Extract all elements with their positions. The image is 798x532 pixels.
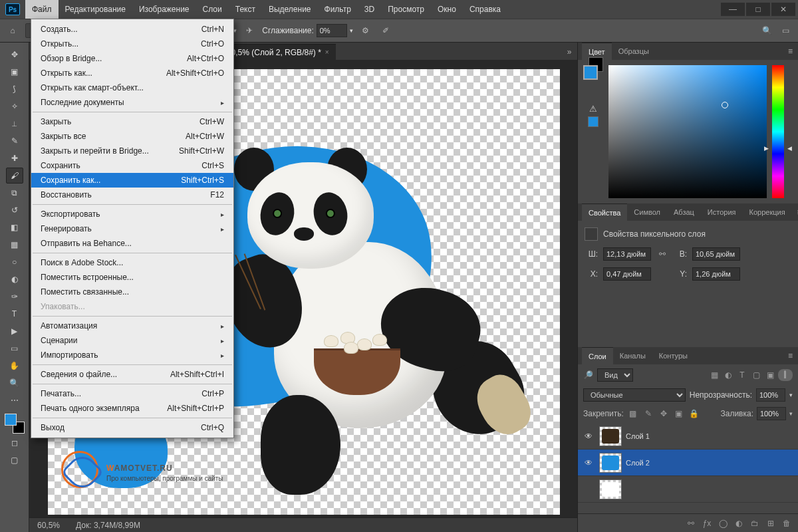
- layer-opacity-input[interactable]: [756, 388, 785, 402]
- filter-shape-icon[interactable]: ▢: [750, 369, 762, 381]
- tab-swatches[interactable]: Образцы: [612, 43, 656, 60]
- dropdown-icon[interactable]: ▾: [789, 410, 793, 417]
- eraser-tool[interactable]: ◧: [6, 219, 23, 235]
- blend-mode-select[interactable]: Обычные: [583, 388, 686, 402]
- height-input[interactable]: [692, 247, 740, 261]
- close-button[interactable]: ✕: [771, 3, 795, 16]
- marquee-tool[interactable]: ▣: [6, 64, 23, 80]
- menu-item[interactable]: ВыходCtrl+Q: [31, 420, 233, 435]
- blur-tool[interactable]: ○: [6, 254, 23, 270]
- menu-текст[interactable]: Текст: [229, 0, 262, 19]
- pen-tool[interactable]: ✑: [6, 289, 23, 305]
- smoothing-input[interactable]: [317, 24, 347, 37]
- tab-layers[interactable]: Слои: [582, 347, 613, 364]
- layer-thumbnail[interactable]: [599, 426, 622, 446]
- airbrush-icon[interactable]: ✈: [242, 23, 257, 38]
- lock-pixels-icon[interactable]: ▩: [627, 408, 639, 420]
- search-icon[interactable]: 🔍: [759, 23, 774, 38]
- panel-menu-icon[interactable]: ≡: [792, 207, 798, 217]
- layer-row[interactable]: 👁Слой 1: [578, 423, 798, 450]
- fg-swatch[interactable]: [583, 65, 598, 80]
- menu-редактирование[interactable]: Редактирование: [59, 0, 132, 19]
- dropdown-icon[interactable]: ▾: [233, 27, 237, 34]
- menu-выделение[interactable]: Выделение: [262, 0, 318, 19]
- menu-item[interactable]: Печать одного экземпляраAlt+Shift+Ctrl+P: [31, 401, 233, 416]
- width-input[interactable]: [603, 247, 651, 261]
- menu-item[interactable]: Сведения о файле...Alt+Shift+Ctrl+I: [31, 367, 233, 382]
- crop-tool[interactable]: ⟂: [6, 116, 23, 132]
- hand-tool[interactable]: ✋: [6, 358, 23, 374]
- menu-3d[interactable]: 3D: [358, 0, 381, 19]
- clone-stamp-tool[interactable]: ⧉: [6, 185, 23, 201]
- search-icon[interactable]: 🔎: [583, 370, 593, 380]
- healing-brush-tool[interactable]: ✚: [6, 150, 23, 166]
- filter-type-icon[interactable]: T: [736, 369, 748, 381]
- lock-position-icon[interactable]: ✥: [658, 408, 670, 420]
- menu-item[interactable]: Открыть как смарт-объект...: [31, 80, 233, 95]
- menu-слои[interactable]: Слои: [196, 0, 229, 19]
- gamut-warning-icon[interactable]: ⚠: [589, 104, 597, 114]
- edit-toolbar[interactable]: ⋯: [6, 392, 23, 408]
- lock-artboard-icon[interactable]: ▣: [673, 408, 685, 420]
- color-swatches[interactable]: [5, 414, 25, 434]
- menu-item[interactable]: ВосстановитьF12: [31, 188, 233, 202]
- minimize-button[interactable]: —: [721, 3, 745, 16]
- gradient-tool[interactable]: ▦: [6, 237, 23, 253]
- visibility-toggle-icon[interactable]: 👁: [582, 458, 595, 467]
- smoothing-gear-icon[interactable]: ⚙: [358, 23, 373, 38]
- visibility-toggle-icon[interactable]: 👁: [582, 432, 595, 441]
- move-tool[interactable]: ✥: [6, 47, 23, 63]
- dodge-tool[interactable]: ◐: [6, 271, 23, 287]
- menu-item[interactable]: Закрыть и перейти в Bridge...Shift+Ctrl+…: [31, 144, 233, 158]
- layer-filter-select[interactable]: Вид: [597, 368, 633, 382]
- brush-tool[interactable]: 🖌: [6, 168, 23, 184]
- delete-layer-icon[interactable]: 🗑: [781, 517, 793, 529]
- hue-slider[interactable]: [772, 65, 784, 198]
- menu-просмотр[interactable]: Просмотр: [381, 0, 431, 19]
- tab-paths[interactable]: Контуры: [652, 347, 694, 364]
- type-tool[interactable]: T: [6, 306, 23, 322]
- foreground-color-swatch[interactable]: [5, 414, 17, 426]
- dropdown-icon[interactable]: ▾: [789, 392, 793, 398]
- dropdown-icon[interactable]: ▾: [350, 27, 353, 34]
- rectangle-tool[interactable]: ▭: [6, 340, 23, 356]
- layer-row[interactable]: [578, 476, 798, 503]
- lasso-tool[interactable]: ⟆: [6, 81, 23, 97]
- document-info[interactable]: Док: 3,74M/8,99M: [76, 521, 140, 530]
- close-tab-icon[interactable]: ×: [325, 49, 329, 56]
- workspace-icon[interactable]: ▭: [778, 23, 793, 38]
- layer-name[interactable]: Слой 2: [626, 459, 650, 467]
- lock-brush-icon[interactable]: ✎: [642, 408, 654, 420]
- new-layer-icon[interactable]: ⊞: [765, 517, 777, 529]
- screenmode-tool[interactable]: ▢: [6, 452, 23, 468]
- new-adjustment-icon[interactable]: ◐: [733, 517, 745, 529]
- layer-name[interactable]: Слой 1: [626, 432, 650, 440]
- menu-item[interactable]: Открыть...Ctrl+O: [31, 37, 233, 51]
- history-brush-tool[interactable]: ↺: [6, 202, 23, 218]
- lock-all-icon[interactable]: 🔒: [688, 408, 700, 420]
- menu-фильтр[interactable]: Фильтр: [318, 0, 358, 19]
- menu-item[interactable]: ЗакрытьCtrl+W: [31, 114, 233, 129]
- layer-row[interactable]: 👁Слой 2: [578, 450, 798, 476]
- menu-item[interactable]: Обзор в Bridge...Alt+Ctrl+O: [31, 51, 233, 66]
- y-input[interactable]: [692, 267, 740, 281]
- menu-изображение[interactable]: Изображение: [132, 0, 196, 19]
- tab-channels[interactable]: Каналы: [613, 347, 652, 364]
- menu-item[interactable]: Поиск в Adobe Stock...: [31, 255, 233, 270]
- tab-properties[interactable]: Свойства: [582, 203, 627, 221]
- tab-history[interactable]: История: [701, 203, 743, 221]
- menu-окно[interactable]: Окно: [431, 0, 463, 19]
- menu-item[interactable]: Экспортировать: [31, 207, 233, 221]
- eyedropper-tool[interactable]: ✎: [6, 133, 23, 149]
- add-mask-icon[interactable]: ◯: [717, 517, 729, 529]
- zoom-tool[interactable]: 🔍: [6, 375, 23, 391]
- filter-smart-icon[interactable]: ▣: [764, 369, 776, 381]
- fill-input[interactable]: [757, 407, 786, 420]
- menu-item[interactable]: Поместить встроенные...: [31, 270, 233, 285]
- maximize-button[interactable]: □: [746, 3, 770, 16]
- closest-swatch[interactable]: [588, 116, 598, 127]
- filter-toggle[interactable]: ⏽: [778, 369, 793, 381]
- color-field[interactable]: [608, 65, 767, 198]
- quickmask-tool[interactable]: ◻: [6, 435, 23, 451]
- tab-overflow-icon[interactable]: »: [561, 44, 577, 60]
